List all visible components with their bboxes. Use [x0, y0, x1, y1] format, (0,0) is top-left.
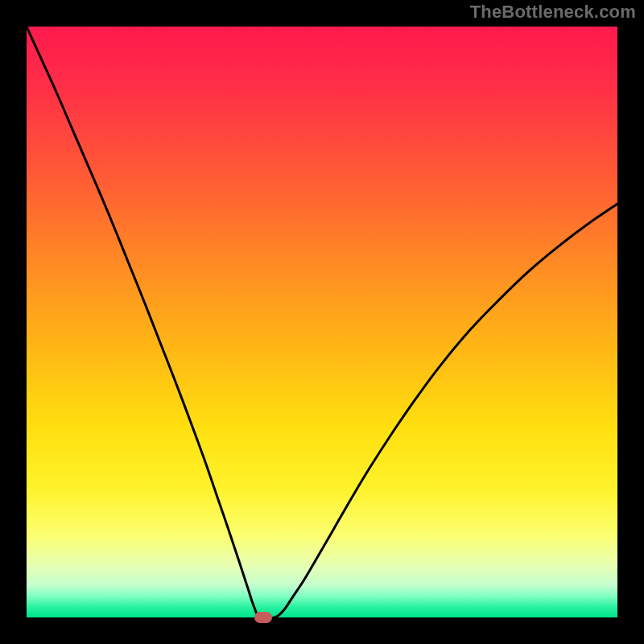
- watermark-text: TheBottleneck.com: [470, 2, 636, 23]
- plot-area: [27, 27, 617, 617]
- optimal-point-marker: [254, 612, 272, 623]
- gradient-background: [27, 27, 617, 617]
- app-frame: TheBottleneck.com: [0, 0, 644, 644]
- bottleneck-chart: [27, 27, 617, 617]
